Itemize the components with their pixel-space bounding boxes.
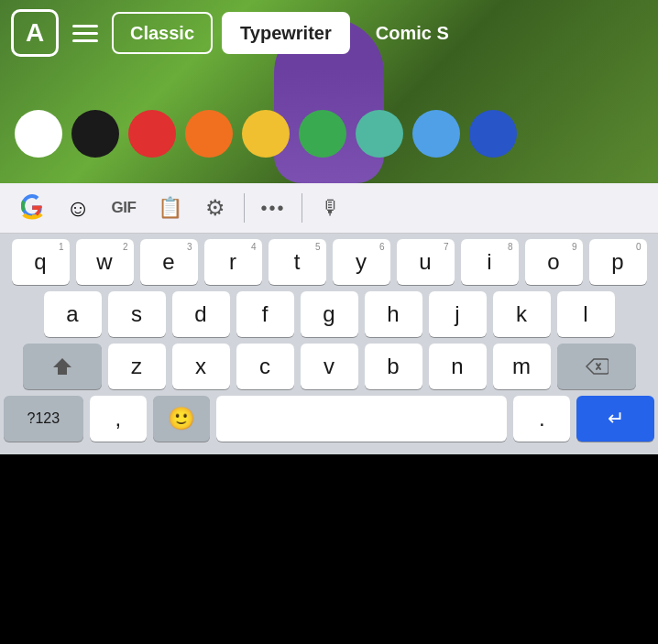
key-s[interactable]: s	[108, 291, 166, 337]
key-period[interactable]: .	[513, 396, 570, 442]
sticker-button[interactable]: ☺	[57, 188, 99, 228]
color-green[interactable]	[299, 110, 346, 158]
color-black[interactable]	[71, 110, 119, 158]
key-m[interactable]: m	[493, 344, 551, 389]
google-icon	[17, 193, 47, 223]
backspace-key[interactable]	[557, 344, 636, 389]
clipboard-icon: 📋	[158, 196, 182, 220]
key-g[interactable]: g	[301, 291, 358, 337]
key-c[interactable]: c	[236, 344, 294, 389]
keyboard-toolbar: ☺ GIF 📋 ⚙ ••• 🎙	[0, 183, 658, 234]
color-white[interactable]	[15, 110, 62, 158]
more-icon: •••	[260, 198, 285, 219]
key-h[interactable]: h	[365, 291, 422, 337]
google-button[interactable]	[11, 188, 53, 228]
gif-button[interactable]: GIF	[103, 188, 145, 228]
backspace-icon	[585, 357, 609, 376]
photo-area: A Classic Typewriter Comic S	[0, 0, 658, 183]
key-y[interactable]: 6 y	[333, 239, 390, 285]
color-picker	[0, 101, 658, 167]
key-x[interactable]: x	[172, 344, 230, 389]
hamburger-line	[72, 32, 98, 35]
key-o[interactable]: 9 o	[525, 239, 583, 285]
key-d[interactable]: d	[172, 291, 230, 337]
hamburger-line	[72, 39, 98, 42]
enter-key[interactable]: ↵	[576, 396, 654, 442]
toolbar-divider-2	[302, 193, 302, 223]
key-row-2: a s d f g h j k l	[4, 291, 654, 337]
mic-button[interactable]: 🎙	[310, 188, 352, 228]
sticker-icon: ☺	[66, 194, 91, 223]
mic-icon: 🎙	[321, 196, 341, 220]
tab-typewriter[interactable]: Typewriter	[222, 12, 350, 54]
shift-icon	[51, 355, 73, 377]
key-j[interactable]: j	[429, 291, 487, 337]
color-light-blue[interactable]	[412, 110, 460, 158]
keys-container: 1 q 2 w 3 e 4 r 5 t 6 y	[0, 234, 658, 454]
key-i[interactable]: 8 i	[461, 239, 519, 285]
settings-icon: ⚙	[205, 195, 225, 221]
clipboard-button[interactable]: 📋	[148, 188, 191, 228]
color-dark-blue[interactable]	[469, 110, 517, 158]
key-n[interactable]: n	[429, 344, 487, 389]
font-toolbar: A Classic Typewriter Comic S	[0, 0, 658, 66]
color-teal[interactable]	[356, 110, 403, 158]
key-row-1: 1 q 2 w 3 e 4 r 5 t 6 y	[4, 239, 654, 285]
bottom-row: ?123 , 🙂 . ↵	[4, 396, 654, 445]
key-q[interactable]: 1 q	[12, 239, 70, 285]
toolbar-divider	[244, 193, 245, 223]
emoji-icon: 🙂	[168, 406, 195, 431]
color-orange[interactable]	[185, 110, 233, 158]
space-key[interactable]	[216, 396, 507, 442]
color-red[interactable]	[128, 110, 176, 158]
key-w[interactable]: 2 w	[76, 239, 134, 285]
key-comma[interactable]: ,	[90, 396, 147, 442]
key-b[interactable]: b	[365, 344, 422, 389]
tab-comic[interactable]: Comic S	[359, 12, 466, 54]
key-f[interactable]: f	[236, 291, 294, 337]
hamburger-icon[interactable]	[68, 16, 103, 50]
key-a[interactable]: a	[44, 291, 102, 337]
keyboard-area: ☺ GIF 📋 ⚙ ••• 🎙 1 q	[0, 183, 658, 454]
num123-key[interactable]: ?123	[4, 396, 83, 442]
key-r[interactable]: 4 r	[204, 239, 262, 285]
key-k[interactable]: k	[493, 291, 551, 337]
color-yellow[interactable]	[242, 110, 290, 158]
key-row-3: z x c v b n m	[4, 344, 654, 389]
tab-classic[interactable]: Classic	[112, 12, 213, 54]
key-u[interactable]: 7 u	[397, 239, 455, 285]
key-l[interactable]: l	[557, 291, 615, 337]
hamburger-line	[72, 25, 98, 27]
settings-button[interactable]: ⚙	[194, 188, 236, 228]
more-button[interactable]: •••	[252, 188, 294, 228]
key-e[interactable]: 3 e	[140, 239, 198, 285]
shift-key[interactable]	[23, 344, 102, 389]
key-t[interactable]: 5 t	[269, 239, 326, 285]
gif-icon: GIF	[112, 199, 137, 217]
key-z[interactable]: z	[108, 344, 166, 389]
emoji-key[interactable]: 🙂	[153, 396, 210, 442]
key-p[interactable]: 0 p	[589, 239, 647, 285]
key-v[interactable]: v	[301, 344, 358, 389]
font-icon[interactable]: A	[11, 9, 59, 57]
